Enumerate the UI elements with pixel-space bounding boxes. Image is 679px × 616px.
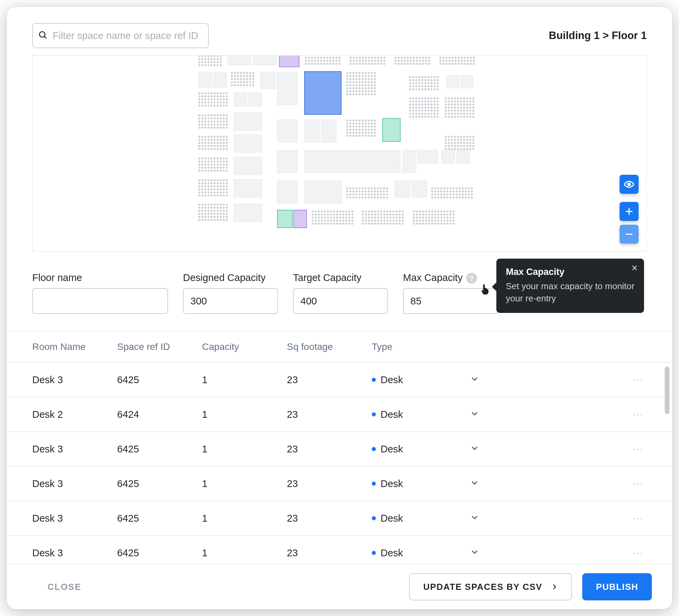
row-expand-chevron[interactable] <box>470 479 511 489</box>
floor-editor-modal: Building 1 > Floor 1 <box>7 7 672 609</box>
table-scrollbar[interactable] <box>665 367 669 567</box>
footer: CLOSE UPDATE SPACES BY CSV PUBLISH <box>7 564 672 609</box>
th-type[interactable]: Type <box>372 341 470 352</box>
table-row[interactable]: Desk 36425123Desk··· <box>7 432 672 467</box>
cell-sq: 23 <box>287 409 372 420</box>
row-expand-chevron[interactable] <box>470 444 511 454</box>
zoom-out-button[interactable] <box>620 225 639 244</box>
type-label: Desk <box>381 513 403 524</box>
cell-cap: 1 <box>202 409 287 420</box>
cell-cap: 1 <box>202 374 287 386</box>
filter-wrap <box>32 23 209 48</box>
row-more-menu[interactable]: ··· <box>609 374 647 385</box>
designed-capacity-label: Designed Capacity <box>183 272 278 283</box>
cell-type: Desk <box>372 444 470 455</box>
type-label: Desk <box>381 409 403 420</box>
cell-cap: 1 <box>202 547 287 559</box>
map-controls <box>620 175 639 244</box>
cell-ref: 6425 <box>117 513 202 524</box>
cell-sq: 23 <box>287 478 372 489</box>
tooltip-body: Set your max capacity to monitor your re… <box>506 280 635 305</box>
type-color-dot <box>372 516 376 520</box>
table-row[interactable]: Desk 36425123Desk··· <box>7 363 672 397</box>
topbar: Building 1 > Floor 1 <box>7 7 672 55</box>
cell-cap: 1 <box>202 444 287 455</box>
cell-ref: 6425 <box>117 478 202 489</box>
th-room[interactable]: Room Name <box>32 341 117 352</box>
target-capacity-field: Target Capacity <box>293 272 388 314</box>
cell-ref: 6425 <box>117 547 202 559</box>
cell-type: Desk <box>372 547 470 559</box>
cell-ref: 6424 <box>117 409 202 420</box>
capacity-row: Floor name Designed Capacity Target Capa… <box>7 252 672 324</box>
cell-sq: 23 <box>287 374 372 386</box>
row-more-menu[interactable]: ··· <box>609 513 647 524</box>
max-capacity-label: Max Capacity ? <box>403 272 498 283</box>
cell-room: Desk 3 <box>32 444 117 455</box>
type-label: Desk <box>381 444 403 455</box>
floor-name-label: Floor name <box>32 272 168 283</box>
row-more-menu[interactable]: ··· <box>609 478 647 489</box>
type-color-dot <box>372 412 376 416</box>
chevron-right-icon <box>551 583 558 590</box>
cell-sq: 23 <box>287 444 372 455</box>
max-capacity-label-text: Max Capacity <box>403 272 463 283</box>
type-label: Desk <box>381 374 403 386</box>
cell-room: Desk 3 <box>32 478 117 489</box>
cell-sq: 23 <box>287 547 372 559</box>
type-color-dot <box>372 551 376 555</box>
row-expand-chevron[interactable] <box>470 513 511 523</box>
cell-type: Desk <box>372 409 470 420</box>
row-more-menu[interactable]: ··· <box>609 547 647 558</box>
tooltip-title: Max Capacity <box>506 267 635 277</box>
cell-ref: 6425 <box>117 374 202 386</box>
svg-line-1 <box>44 36 46 38</box>
th-sq[interactable]: Sq footage <box>287 341 372 352</box>
scrollbar-thumb[interactable] <box>665 367 669 414</box>
row-expand-chevron[interactable] <box>470 409 511 419</box>
cell-room: Desk 3 <box>32 513 117 524</box>
breadcrumb: Building 1 > Floor 1 <box>549 30 647 42</box>
cell-room: Desk 2 <box>32 409 117 420</box>
help-icon[interactable]: ? <box>466 273 477 284</box>
table-row[interactable]: Desk 36425123Desk··· <box>7 501 672 536</box>
map-view-toggle-button[interactable] <box>620 175 639 194</box>
type-label: Desk <box>381 547 403 559</box>
target-capacity-label: Target Capacity <box>293 272 388 283</box>
row-expand-chevron[interactable] <box>470 375 511 385</box>
row-more-menu[interactable]: ··· <box>609 409 647 420</box>
type-color-dot <box>372 447 376 451</box>
spaces-table: Room Name Space ref ID Capacity Sq foota… <box>7 331 672 571</box>
row-more-menu[interactable]: ··· <box>609 444 647 454</box>
designed-capacity-input[interactable] <box>183 288 278 314</box>
cell-cap: 1 <box>202 513 287 524</box>
max-capacity-field: Max Capacity ? <box>403 272 498 314</box>
table-row[interactable]: Desk 26424123Desk··· <box>7 397 672 432</box>
th-cap[interactable]: Capacity <box>202 341 287 352</box>
max-capacity-input[interactable] <box>403 288 498 314</box>
designed-capacity-field: Designed Capacity <box>183 272 278 314</box>
update-csv-label: UPDATE SPACES BY CSV <box>423 582 543 592</box>
search-icon <box>38 31 47 41</box>
cell-type: Desk <box>372 513 470 524</box>
table-header: Room Name Space ref ID Capacity Sq foota… <box>7 332 672 363</box>
cell-room: Desk 3 <box>32 547 117 559</box>
th-ref[interactable]: Space ref ID <box>117 341 202 352</box>
publish-button[interactable]: PUBLISH <box>582 573 652 600</box>
floor-name-input[interactable] <box>32 288 168 314</box>
row-expand-chevron[interactable] <box>470 548 511 558</box>
type-color-dot <box>372 482 376 486</box>
cell-type: Desk <box>372 374 470 386</box>
type-color-dot <box>372 378 376 382</box>
floorplan-canvas[interactable] <box>32 55 647 252</box>
close-button[interactable]: CLOSE <box>48 582 81 592</box>
cell-sq: 23 <box>287 513 372 524</box>
cell-cap: 1 <box>202 478 287 489</box>
target-capacity-input[interactable] <box>293 288 388 314</box>
zoom-in-button[interactable] <box>620 202 639 221</box>
svg-point-2 <box>628 183 630 186</box>
tooltip-close-icon[interactable]: ✕ <box>631 263 638 273</box>
update-csv-button[interactable]: UPDATE SPACES BY CSV <box>409 573 572 600</box>
table-row[interactable]: Desk 36425123Desk··· <box>7 467 672 501</box>
filter-input[interactable] <box>32 23 209 48</box>
